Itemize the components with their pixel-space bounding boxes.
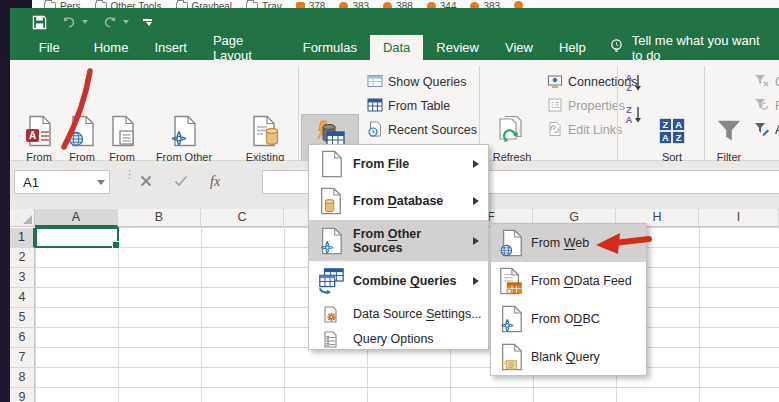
clear-filter-button[interactable]: C [754, 72, 779, 92]
column-header-b[interactable]: B [118, 209, 201, 227]
menu-item-combine-queries[interactable]: Combine Queries [309, 261, 488, 301]
tell-me-box[interactable]: Tell me what you want to do [599, 35, 779, 60]
show-queries-button[interactable]: Show Queries [367, 72, 467, 92]
tab-file[interactable]: File [26, 35, 73, 60]
sort-za-icon: ZA [624, 104, 644, 129]
svg-text:A: A [675, 120, 682, 130]
submenu-item-from-web[interactable]: From Web [491, 224, 646, 262]
bookmark-badge: 388 [383, 1, 413, 8]
sort-az-button[interactable]: AZ [624, 74, 644, 94]
undo-button[interactable] [61, 16, 88, 29]
sort-za-button[interactable]: ZA [624, 106, 644, 126]
select-all-corner[interactable] [10, 209, 35, 227]
menu-item-from-database[interactable]: From Database [309, 182, 488, 220]
column-header-i[interactable]: I [699, 209, 779, 227]
submenu-item-from-odata-feed[interactable]: From OData Feed [491, 262, 646, 300]
reapply-filter-button[interactable]: R [754, 96, 779, 116]
menu-item-label: Combine Queries [353, 274, 473, 288]
from-table-label: From Table [388, 99, 450, 113]
advanced-filter-label: A [775, 123, 779, 137]
cancel-icon[interactable] [140, 173, 152, 191]
filter-button[interactable]: Filter [708, 114, 750, 164]
connections-icon [547, 73, 563, 92]
submenu-item-from-odbc[interactable]: From ODBC [491, 300, 646, 338]
tab-home[interactable]: Home [81, 35, 142, 60]
edit-links-button[interactable]: Edit Links [547, 120, 622, 140]
submenu-item-label: Blank Query [531, 350, 646, 364]
save-icon[interactable] [32, 15, 47, 30]
menu-item-from-other-sources[interactable]: From Other Sources [309, 220, 488, 261]
svg-text:Z: Z [676, 133, 682, 143]
tab-formulas[interactable]: Formulas [290, 35, 370, 60]
chevron-down-icon [123, 20, 129, 24]
svg-text:A: A [626, 73, 633, 83]
tab-insert[interactable]: Insert [141, 35, 200, 60]
menu-item-from-file[interactable]: From File [309, 145, 488, 182]
menu-item-data-source-settings[interactable]: Data Source Settings... [309, 301, 488, 327]
show-queries-icon [367, 73, 383, 92]
row-header-8[interactable]: 8 [10, 368, 35, 388]
refresh-all-icon [483, 114, 541, 148]
reapply-filter-label: R [775, 99, 779, 113]
name-box[interactable]: A1 [14, 170, 110, 194]
data-source-settings-icon [309, 306, 353, 323]
tab-review[interactable]: Review [423, 35, 492, 60]
from-other-sources-submenu: From Web From OData Feed From ODBC Blank… [490, 223, 647, 376]
row-header-2[interactable]: 2 [10, 248, 35, 268]
properties-button[interactable]: Properties [547, 96, 625, 116]
filter-icon [708, 114, 750, 148]
submenu-item-label: From ODBC [531, 312, 646, 326]
from-web-icon [62, 114, 102, 148]
edit-links-icon [547, 121, 563, 140]
bookmark-folder: Other Tools [95, 1, 162, 8]
tab-view[interactable]: View [492, 35, 546, 60]
tab-page-layout[interactable]: Page Layout [200, 35, 290, 60]
tab-help[interactable]: Help [546, 35, 599, 60]
enter-check-icon[interactable] [174, 173, 188, 191]
row-header-4[interactable]: 4 [10, 288, 35, 308]
recent-sources-button[interactable]: Recent Sources [367, 120, 477, 140]
column-header-c[interactable]: C [201, 209, 284, 227]
selected-cell-a1[interactable] [35, 227, 119, 248]
row-header-7[interactable]: 7 [10, 348, 35, 368]
customize-quick-access-button[interactable] [143, 19, 152, 26]
row-header-9[interactable]: 9 [10, 388, 35, 402]
submenu-item-blank-query[interactable]: Blank Query [491, 338, 646, 376]
row-header-5[interactable]: 5 [10, 308, 35, 328]
from-odata-feed-icon [491, 267, 531, 295]
screen: Pers Other Tools Graybeal Trav 378 383 3… [0, 0, 779, 402]
submenu-arrow-icon [473, 197, 479, 205]
bar-icon [143, 19, 152, 21]
name-box-dropdown-icon[interactable] [97, 180, 105, 185]
menu-item-query-options[interactable]: Query Options [309, 327, 488, 351]
tab-data[interactable]: Data [370, 35, 423, 60]
from-web-icon [491, 229, 531, 257]
advanced-filter-button[interactable]: A [754, 120, 779, 140]
bookmark-folder: Pers [44, 1, 81, 8]
row-header-1[interactable]: 1 [10, 228, 35, 248]
formula-bar-divider: ⋮ [124, 171, 128, 178]
svg-text:A: A [29, 130, 36, 141]
row-header-3[interactable]: 3 [10, 268, 35, 288]
from-other-sources-icon [309, 227, 353, 255]
menu-item-label: Query Options [353, 332, 488, 346]
reapply-filter-icon [754, 97, 770, 116]
menu-item-label: Data Source Settings... [353, 307, 488, 321]
redo-button[interactable] [102, 16, 129, 29]
sort-az-icon: AZ [624, 72, 644, 97]
bookmark-folder: Graybeal [176, 1, 233, 8]
row-header-6[interactable]: 6 [10, 328, 35, 348]
edit-links-label: Edit Links [568, 123, 622, 137]
submenu-arrow-icon [473, 237, 479, 245]
svg-text:Z: Z [626, 105, 632, 115]
advanced-filter-icon [754, 121, 770, 140]
svg-text:Z: Z [663, 120, 669, 130]
bookmark-folder: Trav [246, 1, 282, 8]
column-header-a[interactable]: A [35, 209, 118, 227]
insert-function-icon[interactable]: fx [210, 174, 220, 190]
existing-connections-icon [230, 114, 300, 148]
bookmark-badge: 383 [470, 1, 500, 8]
from-table-button[interactable]: From Table [367, 96, 450, 116]
fill-handle[interactable] [112, 241, 120, 249]
sort-button[interactable]: ZAAZ Sort [650, 114, 694, 164]
